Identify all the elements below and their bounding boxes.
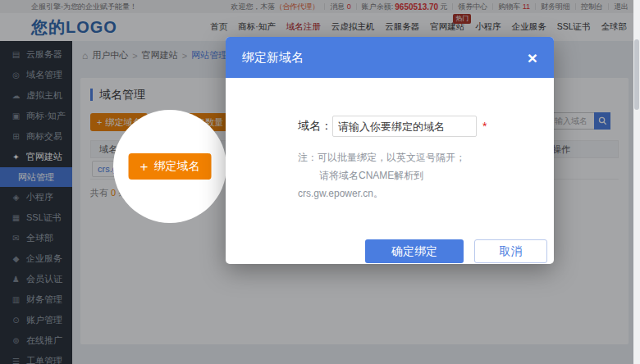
modal-title: 绑定新域名 xyxy=(242,50,304,66)
cancel-button[interactable]: 取消 xyxy=(474,239,547,263)
scrollbar-thumb[interactable] xyxy=(634,39,639,110)
note-line-2: 请将域名CNAME解析到 xyxy=(298,166,554,184)
note-line-1: 注：可以批量绑定，以英文逗号隔开； xyxy=(298,152,465,163)
confirm-bind-button[interactable]: 确定绑定 xyxy=(365,239,464,263)
modal-note: 注：可以批量绑定，以英文逗号隔开； 请将域名CNAME解析到 crs.gw.ep… xyxy=(298,148,554,202)
domain-field-label: 域名： xyxy=(298,119,332,134)
required-mark: * xyxy=(482,120,487,133)
page: 企服引擎-为您的企业赋予能量！ 欢迎您，木落 （合作代理） 消息 0 账户余额:… xyxy=(0,0,640,364)
spotlight-bind-domain-button[interactable]: +绑定域名 xyxy=(129,153,212,180)
bind-domain-modal: 绑定新域名 × 域名： * 注：可以批量绑定，以英文逗号隔开； 请将域名CNAM… xyxy=(226,37,554,264)
domain-field-row: 域名： * xyxy=(298,116,554,137)
note-line-3: crs.gw.epower.cn。 xyxy=(298,188,383,199)
close-icon[interactable]: × xyxy=(528,49,537,66)
plus-icon: + xyxy=(140,160,149,174)
spotlight-circle: +绑定域名 xyxy=(113,110,226,223)
domain-input[interactable] xyxy=(332,116,477,137)
modal-header: 绑定新域名 × xyxy=(226,37,554,78)
modal-body: 域名： * 注：可以批量绑定，以英文逗号隔开； 请将域名CNAME解析到 crs… xyxy=(226,78,554,202)
page-scrollbar[interactable] xyxy=(633,0,640,364)
